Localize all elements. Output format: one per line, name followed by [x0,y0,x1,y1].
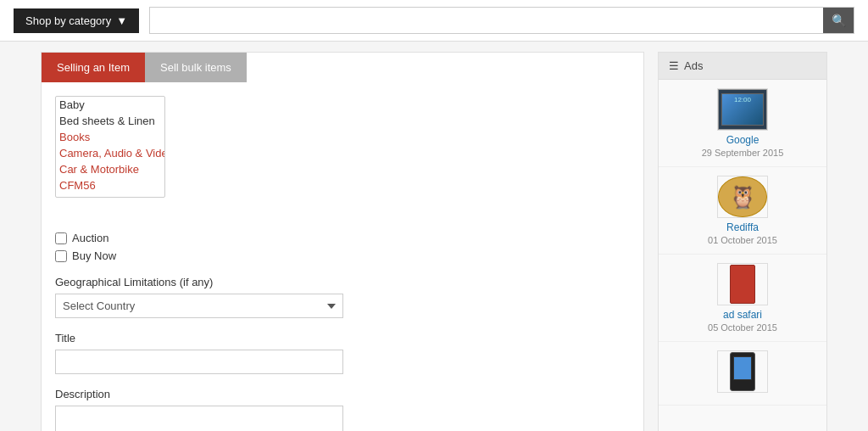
phone-image: 12:00 [718,89,767,130]
ad-title-rediffa[interactable]: Rediffa [726,221,759,233]
dropdown-arrow-icon: ▼ [116,14,127,27]
title-input[interactable] [55,350,343,374]
category-option-bedsheets[interactable]: Bed sheets & Linen [56,113,164,129]
ad-thumb-safari [717,263,768,305]
checkbox-group: Auction Buy Now [55,232,630,262]
ads-header: ☰ Ads [659,53,826,80]
buynow-checkbox[interactable] [55,250,67,262]
category-option-cfm56[interactable]: CFM56 [56,177,164,193]
ad-date-safari: 05 October 2015 [708,322,777,333]
auction-checkbox[interactable] [55,232,67,244]
ad-title-safari[interactable]: ad safari [723,309,762,321]
title-section: Title [55,332,630,374]
ad-item-rediffa: 🦉 Rediffa 01 October 2015 [659,167,826,255]
owl-icon: 🦉 [729,184,756,210]
form-area: Baby Bed sheets & Linen Books Camera, Au… [42,82,643,431]
description-label: Description [55,388,630,400]
title-label: Title [55,332,630,344]
phone2-image [730,352,755,391]
country-select-wrapper: Select Country Algeria Egypt Ethiopia Gh… [55,294,343,318]
ad-title-google[interactable]: Google [726,134,760,146]
ad-item-safari: ad safari 05 October 2015 [659,255,826,342]
top-bar: Shop by category ▼ 🔍 [0,0,868,42]
ad-item-phone2 [659,342,826,406]
phone-inner: 12:00 [721,93,764,126]
tab-selling[interactable]: Selling an Item [42,53,145,82]
geo-section: Geographical Limitations (if any) Select… [55,276,630,318]
auction-label: Auction [72,232,108,244]
country-select[interactable]: Select Country Algeria Egypt Ethiopia Gh… [55,294,343,318]
description-section: Description [55,388,630,431]
phone2-screen [733,356,752,380]
category-listbox[interactable]: Baby Bed sheets & Linen Books Camera, Au… [55,96,165,198]
search-button[interactable]: 🔍 [823,8,854,33]
category-listbox-container: Baby Bed sheets & Linen Books Camera, Au… [55,96,630,215]
tab-bulk[interactable]: Sell bulk items [145,53,247,82]
ads-panel: ☰ Ads 12:00 Google 29 September 2015 🦉 [658,52,827,431]
list-icon: ☰ [669,59,679,72]
main-content: Selling an Item Sell bulk items Baby Bed… [27,42,841,431]
ad-item-google: 12:00 Google 29 September 2015 [659,80,826,167]
buynow-row: Buy Now [55,249,630,262]
tabs: Selling an Item Sell bulk items [42,53,643,82]
description-textarea[interactable] [55,406,343,431]
shop-by-category-label: Shop by category [25,14,111,27]
search-input[interactable] [150,8,823,33]
ad-thumb-phone2 [717,350,768,393]
category-option-books[interactable]: Books [56,129,164,145]
geo-label: Geographical Limitations (if any) [55,276,630,288]
ad-date-google: 29 September 2015 [702,148,784,158]
ad-thumb-google: 12:00 [717,88,768,131]
category-option-car[interactable]: Car & Motorbike [56,161,164,177]
search-icon: 🔍 [832,14,846,27]
shop-by-category-button[interactable]: Shop by category ▼ [14,8,139,33]
red-book-image [730,265,755,304]
ad-date-rediffa: 01 October 2015 [708,235,777,245]
auction-row: Auction [55,232,630,244]
category-option-camera[interactable]: Camera, Audio & Video [56,145,164,161]
ad-thumb-rediffa: 🦉 [717,176,768,218]
category-option-baby[interactable]: Baby [56,97,164,113]
search-bar: 🔍 [149,7,854,34]
left-panel: Selling an Item Sell bulk items Baby Bed… [41,52,644,431]
buynow-label: Buy Now [72,249,116,262]
ads-header-label: Ads [684,59,703,72]
